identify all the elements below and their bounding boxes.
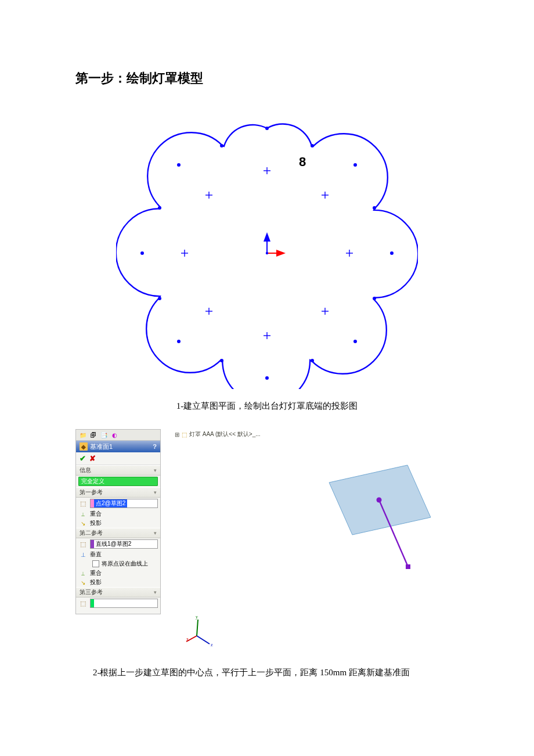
svg-point-10	[373, 297, 376, 300]
opt-origin-on-curve: 将原点设在曲线上	[102, 560, 148, 568]
svg-point-11	[311, 359, 314, 362]
property-panel: 📁 🗐 📑 ◐ ◆ 基准面1 ? ✔ ✘ 信息 ▾ 完全定义 第一参考 ▾	[75, 429, 161, 614]
point-on-plane	[377, 498, 382, 503]
help-icon[interactable]: ?	[153, 443, 157, 450]
svg-point-6	[140, 251, 144, 255]
coincident-icon: ⟂	[78, 570, 88, 577]
tab-feature-icon[interactable]: 📁	[78, 431, 88, 439]
coincident-icon: ⟂	[78, 511, 88, 517]
figure1-caption: 1-建立草图平面，绘制出台灯灯罩底端的投影图	[176, 401, 358, 412]
svg-point-34	[266, 252, 268, 254]
figure1-label-8: 8	[299, 154, 306, 169]
panel-tabbar: 📁 🗐 📑 ◐	[76, 430, 160, 441]
line-endpoint-handle[interactable]	[406, 564, 410, 569]
opt-coincident-2[interactable]: 重合	[90, 569, 102, 577]
collapse-icon[interactable]: ▾	[154, 467, 157, 473]
svg-point-15	[220, 144, 223, 147]
svg-point-14	[158, 206, 161, 210]
svg-line-37	[197, 636, 210, 644]
cube-icon: ⬚	[78, 599, 88, 607]
svg-line-36	[197, 620, 198, 636]
status-fully-defined: 完全定义	[78, 477, 158, 486]
section-ref3-label: 第三参考	[80, 588, 103, 596]
cube-icon: ⬚	[78, 540, 88, 548]
ok-button[interactable]: ✔	[80, 454, 86, 463]
ref2-value: 直线1@草图2	[94, 540, 133, 548]
project-icon: ↘	[78, 520, 88, 527]
svg-text:y: y	[196, 614, 198, 620]
opt-coincident[interactable]: 重合	[90, 510, 102, 518]
figure2-caption: 2-根据上一步建立草图的中心点，平行于上一步平面，距离 150mm 距离新建基准…	[75, 667, 459, 678]
svg-point-0	[265, 127, 269, 130]
section-ref3[interactable]: 第三参考 ▾	[76, 587, 160, 597]
collapse-icon[interactable]: ▾	[154, 589, 157, 595]
opt-perpendicular[interactable]: 垂直	[90, 550, 102, 559]
svg-text:z: z	[211, 642, 213, 646]
svg-point-1	[353, 163, 357, 167]
section-ref2[interactable]: 第二参考 ▾	[76, 528, 160, 538]
svg-text:x: x	[186, 636, 189, 642]
svg-point-9	[373, 206, 376, 210]
svg-point-2	[390, 251, 394, 255]
cube-icon: ⬚	[78, 499, 88, 507]
origin-axes	[266, 235, 283, 254]
view-triad: x y z	[183, 611, 218, 646]
part-icon: ⬚	[182, 431, 187, 438]
section-ref1[interactable]: 第一参考 ▾	[76, 487, 160, 498]
collapse-icon[interactable]: ▾	[154, 489, 157, 495]
crumb-text: 灯罩 AAA (默认<< 默认>_...	[189, 430, 261, 438]
flower-outline	[116, 124, 418, 389]
svg-point-4	[265, 376, 269, 380]
breadcrumb: ⊞ ⬚ 灯罩 AAA (默认<< 默认>_...	[175, 430, 261, 438]
feature-header-text: 基准面1	[90, 442, 113, 451]
svg-point-8	[311, 144, 314, 147]
svg-point-12	[220, 359, 223, 362]
section-ref1-label: 第一参考	[80, 488, 103, 496]
section-ref2-label: 第二参考	[80, 529, 103, 537]
ref3-selection[interactable]	[90, 599, 158, 608]
tab-annotations-icon[interactable]: 📑	[99, 431, 109, 439]
section-info-label: 信息	[80, 466, 91, 474]
feature-header: ◆ 基准面1 ?	[76, 441, 160, 452]
tab-config-icon[interactable]: 🗐	[89, 431, 98, 439]
collapse-icon[interactable]: ▾	[154, 530, 157, 536]
figure1-svg: 8	[116, 110, 418, 389]
ref2-selection[interactable]: 直线1@草图2	[90, 539, 158, 549]
tab-appearances-icon[interactable]: ◐	[110, 431, 119, 439]
plane-illustration	[294, 448, 457, 587]
origin-on-curve-checkbox[interactable]	[92, 560, 99, 567]
svg-point-13	[158, 297, 161, 300]
svg-point-5	[177, 340, 181, 343]
cancel-button[interactable]: ✘	[89, 454, 96, 463]
ref1-value: 点2@草图2	[94, 499, 127, 507]
viewport-3d[interactable]: ⊞ ⬚ 灯罩 AAA (默认<< 默认>_... x y z	[178, 429, 459, 650]
svg-point-3	[353, 340, 357, 343]
plane-feature-icon: ◆	[80, 442, 88, 451]
expand-tree-icon[interactable]: ⊞	[175, 431, 179, 438]
opt-project[interactable]: 投影	[90, 519, 102, 527]
perpendicular-icon: ⊥	[78, 552, 88, 558]
svg-point-7	[177, 163, 181, 167]
opt-project-2[interactable]: 投影	[90, 578, 102, 586]
figure2-row: 📁 🗐 📑 ◐ ◆ 基准面1 ? ✔ ✘ 信息 ▾ 完全定义 第一参考 ▾	[75, 429, 459, 650]
page-title: 第一步：绘制灯罩模型	[75, 70, 459, 87]
ref1-selection[interactable]: 点2@草图2	[90, 499, 158, 508]
section-info[interactable]: 信息 ▾	[76, 465, 160, 476]
project-icon: ↘	[78, 579, 88, 586]
